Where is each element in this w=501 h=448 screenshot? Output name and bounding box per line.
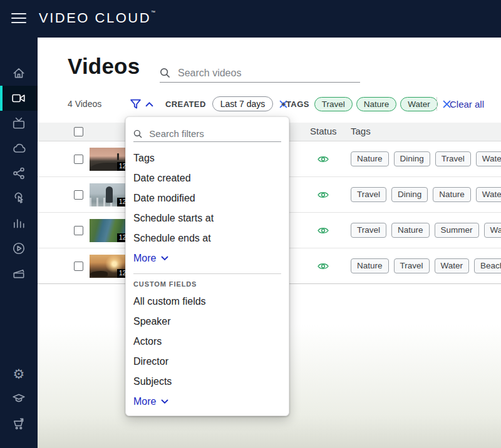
custom-fields-list: All custom fieldsSpeakerActorsDirectorSu… [133,292,281,392]
filter-tag-pill[interactable]: Nature [356,97,397,111]
video-tag-pill[interactable]: Travel [351,187,386,202]
video-tag-pill[interactable]: Water [476,151,501,166]
row-tags: TravelNatureSummerWater [351,223,501,238]
row-tags: NatureDiningTravelWaterIn [351,151,501,166]
funnel-icon [130,98,142,110]
video-tag-pill[interactable]: Summer [435,223,479,238]
video-tag-pill[interactable]: Travel [394,258,430,273]
bar-chart-icon [12,216,26,230]
custom-fields-section-title: CUSTOM FIELDS [133,280,281,288]
select-all-checkbox[interactable] [74,127,83,136]
video-tag-pill[interactable]: Travel [351,223,386,238]
custom-field-item[interactable]: Director [133,352,281,372]
graduation-cap-icon [12,392,26,405]
clapperboard-icon [12,267,26,280]
filter-menu-list: TagsDate createdDate modifiedSchedule st… [133,148,281,248]
chevron-down-icon [161,256,168,261]
filter-search [133,126,281,142]
sidebar-item-analytics[interactable] [0,211,38,236]
video-tag-pill[interactable]: Dining [391,187,428,202]
custom-field-item[interactable]: All custom fields [133,292,281,312]
filter-tag-pills: TravelNatureWater [314,97,438,111]
created-filter-group: CREATED Last 7 days [165,95,287,113]
custom-field-item[interactable]: Speaker [133,312,281,332]
chevron-down-icon [161,399,168,404]
filter-bar: 4 Videos CREATED Last 7 days +TAGS Trave… [38,95,501,113]
sidebar-item-syndication[interactable] [0,161,38,186]
home-icon [12,66,26,80]
video-tag-pill[interactable]: Beach [474,258,501,273]
cart-icon [12,417,26,430]
filter-bar-divider [436,97,437,111]
chevron-up-icon [145,101,153,107]
tags-filter-group: +TAGS TravelNatureWater [281,95,451,113]
search-icon [160,68,170,78]
filter-toggle-button[interactable] [130,95,153,113]
video-tag-pill[interactable]: Nature [391,223,430,238]
sidebar-item-marketplace[interactable] [0,411,38,436]
filter-tag-pill[interactable]: Travel [314,97,353,111]
tags-filter-label: +TAGS [281,99,309,109]
play-circle-icon [12,242,26,255]
video-camera-icon [11,91,26,105]
published-eye-icon [318,227,329,235]
search-filters-input[interactable] [149,128,281,139]
sidebar-item-training[interactable] [0,386,38,411]
row-checkbox[interactable] [74,190,83,200]
sidebar-item-live[interactable] [0,111,38,136]
custom-field-item[interactable]: Actors [133,332,281,352]
app-logo: VIDEO CLOUD™ [39,10,155,26]
sidebar-item-players[interactable] [0,236,38,261]
gear-icon: ⚙ [13,367,25,380]
video-tag-pill[interactable]: Dining [394,151,430,166]
tags-column-header: Tags [351,126,371,136]
sidebar-item-settings[interactable]: ⚙ [0,361,38,386]
video-tag-pill[interactable]: Water [435,258,470,273]
row-tags: NatureTravelWaterBeachIn [351,258,501,273]
video-thumbnail[interactable]: 12: [90,183,130,206]
filter-menu-item[interactable]: Schedule ends at [133,228,281,248]
row-checkbox[interactable] [74,155,83,164]
row-tags: TravelDiningNatureWaterS [351,187,501,202]
video-tag-pill[interactable]: Nature [433,187,471,202]
created-filter-label: CREATED [165,99,206,109]
created-filter-value-pill[interactable]: Last 7 days [212,96,274,111]
top-bar: VIDEO CLOUD™ [0,0,501,38]
video-thumbnail[interactable]: 12: [90,219,130,242]
filter-menu-item[interactable]: Date modified [133,188,281,208]
sidebar-item-interactivity[interactable] [0,186,38,211]
filter-more-button[interactable]: More [133,248,281,268]
page-title: Videos [68,54,140,79]
filter-tag-pill[interactable]: Water [400,97,438,111]
custom-fields-more-button[interactable]: More [133,392,281,412]
filter-menu-item[interactable]: Tags [133,148,281,168]
video-tag-pill[interactable]: Water [476,187,501,202]
search-icon [133,129,142,139]
published-eye-icon [318,262,329,270]
video-tag-pill[interactable]: Water [484,223,501,238]
sidebar-item-home[interactable] [0,61,38,86]
cloud-icon [11,141,26,155]
panel-divider [133,273,281,274]
row-checkbox[interactable] [74,226,83,235]
sidebar-nav: ⚙ [0,38,38,448]
video-search [160,64,360,83]
sidebar-item-cloud-ingest[interactable] [0,136,38,161]
video-thumbnail[interactable]: 12: [90,148,130,171]
hamburger-menu-icon[interactable] [11,13,26,24]
video-thumbnail[interactable]: 12: [90,255,130,278]
status-column-header: Status [310,126,337,136]
tv-icon [12,116,26,130]
custom-field-item[interactable]: Subjects [133,372,281,392]
clear-all-filters-link[interactable]: Clear all [450,95,484,113]
search-videos-input[interactable] [178,68,360,79]
filter-menu-item[interactable]: Schedule starts at [133,208,281,228]
share-icon [12,166,26,180]
filter-menu-item[interactable]: Date created [133,168,281,188]
video-tag-pill[interactable]: Nature [351,151,389,166]
video-tag-pill[interactable]: Nature [351,258,389,273]
sidebar-item-media[interactable] [0,261,38,286]
row-checkbox[interactable] [74,262,83,271]
video-tag-pill[interactable]: Travel [435,151,471,166]
sidebar-item-videos[interactable] [0,86,38,111]
